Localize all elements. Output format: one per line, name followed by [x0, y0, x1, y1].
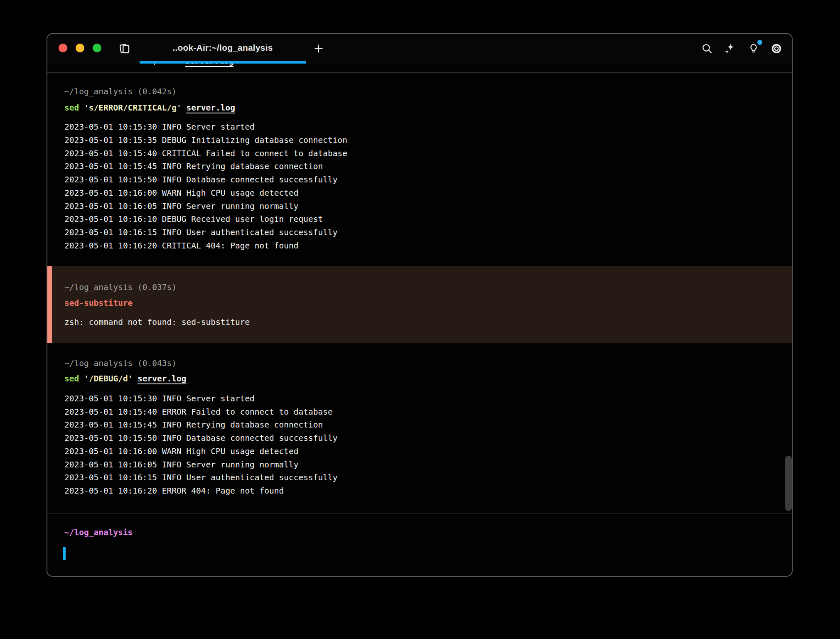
block-header: ~/log_analysis (0.037s) — [64, 281, 177, 294]
sparkles-icon[interactable] — [723, 42, 737, 56]
command-part: sed-substiture — [64, 298, 133, 308]
scrollbar-thumb[interactable] — [785, 456, 792, 511]
output-line: 2023-05-01 10:15:40 CRITICAL Failed to c… — [64, 147, 347, 160]
close-button[interactable] — [59, 44, 67, 52]
output-line: 2023-05-01 10:15:35 DEBUG Initializing d… — [64, 134, 347, 147]
tab-bar: ..ook-Air:~/log_analysis — [47, 34, 792, 64]
lightbulb-icon[interactable] — [747, 42, 761, 56]
block-header: ~/log_analysis (0.043s) — [64, 357, 177, 370]
output-line: 2023-05-01 10:15:30 INFO Server started — [64, 392, 255, 406]
gear-icon[interactable] — [769, 42, 784, 56]
error-block-background — [47, 266, 792, 343]
book-icon[interactable] — [118, 42, 132, 56]
output-line: 2023-05-01 10:15:40 ERROR Failed to conn… — [64, 406, 333, 419]
command-part — [79, 103, 84, 113]
output-line: 2023-05-01 10:16:00 WARN High CPU usage … — [64, 187, 299, 200]
command-part: server.log — [187, 103, 235, 113]
terminal-cursor[interactable] — [63, 547, 66, 560]
output-line: 2023-05-01 10:15:45 INFO Retrying databa… — [64, 418, 323, 432]
command-part: sed — [64, 103, 79, 113]
command-text: sed-substiture — [64, 297, 133, 310]
plus-icon[interactable] — [312, 42, 326, 56]
command-part: '/DEBUG/d' — [84, 374, 133, 383]
output-line: 2023-05-01 10:16:20 ERROR 404: Page not … — [64, 484, 284, 498]
output-line: 2023-05-01 10:15:50 INFO Database connec… — [64, 173, 337, 187]
command-part — [182, 103, 187, 113]
tab-title: ..ook-Air:~/log_analysis — [140, 34, 306, 61]
error-indicator-bar — [47, 266, 52, 343]
output-line: 2023-05-01 10:16:20 CRITICAL 404: Page n… — [64, 239, 299, 253]
tab-log-analysis[interactable]: ..ook-Air:~/log_analysis — [140, 34, 306, 64]
block-header: ~/log_analysis (0.042s) — [64, 85, 177, 98]
output-line: 2023-05-01 10:15:30 INFO Server started — [64, 120, 255, 134]
output-line: 2023-05-01 10:15:50 INFO Database connec… — [64, 432, 337, 445]
command-part — [133, 374, 138, 383]
block-divider — [47, 72, 792, 73]
command-part: 's/ERROR/CRITICAL/g' — [84, 103, 182, 113]
command-text: sed 's/ERROR/CRITICAL/g' server.log — [64, 101, 235, 115]
output-line: 2023-05-01 10:16:10 DEBUG Received user … — [64, 213, 323, 226]
minimize-button[interactable] — [76, 44, 84, 52]
output-line: 2023-05-01 10:16:00 WARN High CPU usage … — [64, 445, 299, 458]
active-tab-underline — [140, 61, 306, 64]
output-line: 2023-05-01 10:16:15 INFO User authentica… — [64, 226, 337, 239]
search-icon[interactable] — [700, 42, 714, 56]
terminal-window: /server.log ~/log_analysis (0.042s)sed '… — [47, 33, 793, 577]
notification-dot — [757, 40, 762, 45]
output-line: 2023-05-01 10:16:05 INFO Server running … — [64, 200, 299, 213]
output-line: 2023-05-01 10:15:45 INFO Retrying databa… — [64, 160, 323, 173]
command-part — [79, 374, 84, 383]
terminal-content: /server.log ~/log_analysis (0.042s)sed '… — [47, 34, 792, 576]
desktop: /server.log ~/log_analysis (0.042s)sed '… — [0, 0, 840, 639]
output-line: zsh: command not found: sed-substiture — [64, 316, 250, 329]
command-part: sed — [64, 374, 79, 383]
command-text: sed '/DEBUG/d' server.log — [64, 372, 187, 386]
output-line: 2023-05-01 10:16:05 INFO Server running … — [64, 458, 299, 472]
block-divider — [47, 513, 792, 514]
zoom-button[interactable] — [93, 44, 101, 52]
command-part: server.log — [138, 374, 186, 383]
output-line: 2023-05-01 10:16:15 INFO User authentica… — [64, 471, 337, 484]
prompt-path: ~/log_analysis — [64, 526, 133, 539]
